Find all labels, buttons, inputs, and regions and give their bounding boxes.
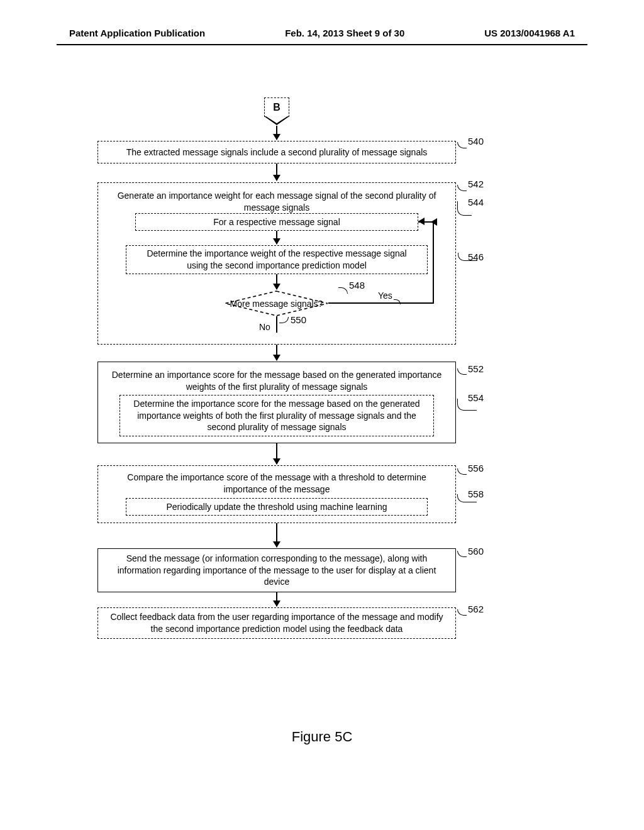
arrow [276,126,277,140]
decision-yes: Yes [378,290,392,301]
step-552-text: Determine an importance score for the me… [107,369,447,393]
step-558-text: Periodically update the threshold using … [167,501,387,513]
flow-line [433,221,434,304]
step-554-text: Determine the importance score for the m… [129,398,425,434]
ref-540: 540 [468,136,484,147]
flow-line [418,221,434,223]
ref-546: 546 [468,252,484,262]
step-562-text: Collect feedback data from the user rega… [107,611,447,635]
step-546: Determine the importance weight of the r… [126,245,428,274]
step-562: Collect feedback data from the user rega… [97,607,456,639]
ref-562: 562 [468,604,484,614]
step-540: The extracted message signals include a … [97,141,456,163]
ref-542: 542 [468,179,484,189]
ref-550: 550 [291,314,306,325]
arrow [276,592,277,606]
step-558: Periodically update the threshold using … [126,498,428,516]
connector-label: B [273,102,280,113]
step-540-text: The extracted message signals include a … [126,147,428,158]
ref-552: 552 [468,363,484,374]
arrow [276,345,277,360]
ref-leader [457,142,467,148]
flow-line [328,302,434,304]
step-546-text: Determine the importance weight of the r… [135,248,418,272]
page: Patent Application Publication Feb. 14, … [0,0,644,830]
step-560-text: Send the message (or information corresp… [107,553,447,589]
arrow [276,163,277,180]
flow-line [276,316,277,333]
decision-no: No [259,322,270,332]
ref-leader [457,468,467,475]
header-rule [57,44,587,45]
arrow [276,274,277,289]
off-page-connector-b: B [264,97,289,126]
page-header: Patent Application Publication Feb. 14, … [0,28,644,38]
ref-554: 554 [468,392,484,403]
ref-leader [457,185,467,191]
step-542-text: Generate an importance weight for each m… [107,190,447,214]
step-554: Determine the importance score for the m… [119,395,434,436]
step-556-text: Compare the importance score of the mess… [107,472,447,495]
ref-leader [457,368,467,375]
ref-544: 544 [468,197,484,208]
ref-556: 556 [468,463,484,473]
arrow [276,443,277,464]
ref-leader [457,609,467,616]
decision-548: More message signals? [225,290,328,316]
ref-558: 558 [468,489,484,499]
header-center: Feb. 14, 2013 Sheet 9 of 30 [285,28,404,38]
arrow [276,523,277,547]
arrow [276,231,277,244]
step-560: Send the message (or information corresp… [97,548,456,592]
header-left: Patent Application Publication [69,28,205,38]
ref-560: 560 [468,546,484,556]
figure-caption: Figure 5C [0,729,644,745]
header-right: US 2013/0041968 A1 [484,28,575,38]
step-544: For a respective message signal [135,213,418,231]
decision-548-text: More message signals? [230,299,323,309]
ref-leader [457,551,467,557]
ref-548: 548 [349,280,365,290]
step-544-text: For a respective message signal [213,216,340,228]
